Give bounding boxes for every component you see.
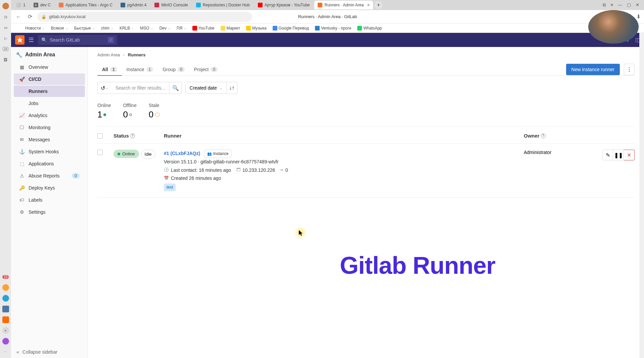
browser-tab[interactable]: pgAdmin 4 (117, 1, 150, 9)
pause-runner-button[interactable]: ❚❚ (613, 150, 624, 160)
sidebar-item-runners[interactable]: Runners (14, 86, 85, 97)
tab-all[interactable]: All1 (97, 63, 122, 75)
tab-group[interactable]: Group0 (158, 63, 189, 75)
scrollbar[interactable] (639, 33, 644, 358)
os-assistant-icon[interactable] (2, 338, 9, 345)
search-input[interactable]: 🔍 Search GitLab / (38, 35, 117, 45)
browser-tab-active[interactable]: Runners · Admin Area× (314, 1, 373, 9)
bookmark-link[interactable]: YouTube (192, 26, 214, 31)
close-window-icon[interactable]: ✕ (636, 2, 639, 8)
os-clock-icon[interactable]: ◷ (2, 13, 9, 20)
os-app3-icon[interactable] (2, 316, 9, 323)
bookmark-folder[interactable]: Быстрые⌄ (74, 26, 95, 31)
more-actions-button[interactable]: ⋮ (624, 64, 635, 75)
runner-name-link[interactable]: #1 (CLxbFJAQz) (164, 151, 200, 156)
bookmark-folder[interactable]: chim⌄ (101, 26, 113, 31)
crumb-admin[interactable]: Admin Area (97, 52, 120, 57)
panel-icon[interactable]: ⧉ (603, 2, 606, 8)
bookmark-link[interactable]: Музыка (246, 26, 266, 31)
help-icon[interactable]: ? (541, 134, 546, 138)
search-submit-button[interactable]: 🔍 (169, 82, 182, 94)
browser-tab[interactable]: MinIO Console (151, 1, 191, 9)
pencil-icon: ✎ (606, 152, 610, 158)
sidebar-item-cicd[interactable]: 🚀CI/CD (14, 73, 85, 85)
os-badge-icon[interactable]: 19 (2, 46, 9, 52)
select-all-checkbox[interactable] (97, 133, 103, 139)
bookmark-link[interactable]: Google Перевод (273, 26, 309, 31)
row-checkbox[interactable] (97, 150, 103, 155)
delete-runner-button[interactable]: ✕ (624, 150, 635, 160)
os-play-icon[interactable]: ▷ (2, 35, 9, 42)
search-icon: 🔍 (172, 85, 179, 91)
admin-icon: 🔧 (16, 52, 22, 57)
filter-row: ↺⌄ Search or filter results... 🔍 Created… (97, 82, 635, 94)
sidebar-item-overview[interactable]: ▦Overview (14, 61, 85, 73)
bookmark-link[interactable]: Ventusky - прогн (315, 26, 351, 31)
bookmark-folder[interactable]: MSO⌄ (140, 26, 153, 31)
bookmark-folder[interactable]: Dev⌄ (159, 26, 171, 31)
browser-tab[interactable]: Артур Крюков - YouTube (255, 1, 313, 9)
messages-icon: ✉ (19, 137, 25, 142)
os-image-icon[interactable]: 🖼 (2, 56, 9, 63)
os-add-icon[interactable]: + (2, 327, 9, 334)
bookmark-folder[interactable]: KRLB⌄ (120, 26, 134, 31)
gitlab-logo[interactable] (15, 35, 25, 45)
sidebar-item-settings[interactable]: ⚙Settings (14, 206, 85, 218)
bookmark-folder[interactable]: Всякое⌄ (51, 26, 68, 31)
browser-tab[interactable]: Repositories | Docker Hub (193, 1, 253, 9)
hamburger-icon[interactable]: ☰ (29, 36, 34, 44)
collapse-sidebar[interactable]: « Collapse sidebar (16, 349, 57, 355)
browser-tab[interactable]: 1 (13, 1, 29, 9)
svg-point-0 (155, 113, 159, 117)
reload-button[interactable]: ⟳ (26, 13, 34, 21)
cursor-highlight (294, 226, 307, 239)
sidebar-item-analytics[interactable]: 📈Analytics (14, 110, 85, 121)
sidebar-item-applications[interactable]: ⬚Applications (14, 158, 85, 169)
bookmark-folder[interactable]: ПЯ⌄ (177, 26, 186, 31)
sidebar-item-labels[interactable]: 🏷Labels (14, 194, 85, 206)
bookmark-link[interactable]: WhatsApp (357, 26, 382, 31)
bookmark-link[interactable]: Маркет (221, 26, 240, 31)
browser-tab[interactable]: 6dev C (30, 1, 54, 9)
minimize-icon[interactable]: — (618, 2, 622, 8)
sort-dropdown[interactable]: Created date⌄ (185, 82, 227, 94)
tab-instance[interactable]: Instance1 (122, 63, 158, 75)
sidebar-item-hooks[interactable]: ⚓System Hooks (14, 146, 85, 157)
sidebar-item-messages[interactable]: ✉Messages (14, 134, 85, 145)
edit-runner-button[interactable]: ✎ (602, 150, 613, 160)
search-icon: 🔍 (41, 37, 47, 43)
group-icon: 👥 (207, 151, 212, 157)
maximize-icon[interactable]: ▢ (627, 2, 631, 8)
os-bookmark-icon[interactable]: ▭ (2, 24, 9, 31)
bookmark-folder[interactable]: Новости⌄ (25, 26, 45, 31)
os-vk-icon[interactable] (2, 306, 9, 312)
menu-icon[interactable]: ≡ (610, 2, 613, 8)
sidebar-item-jobs[interactable]: Jobs (14, 98, 85, 109)
new-instance-runner-button[interactable]: New instance runner (566, 64, 620, 75)
tab-project[interactable]: Project0 (189, 63, 222, 75)
sidebar-item-monitoring[interactable]: 🖵Monitoring (14, 122, 85, 133)
sort-direction-button[interactable]: ↓↑ (227, 82, 237, 94)
filter-input[interactable]: Search or filter results... (111, 82, 169, 94)
runner-ip: 10.233.120.226 (242, 166, 275, 174)
runner-owner[interactable]: Administrator (524, 150, 591, 191)
os-telegram-icon[interactable] (2, 295, 9, 302)
calendar-icon: 📅 (164, 175, 169, 182)
back-button[interactable]: ← (14, 13, 22, 21)
sidebar-item-deploy-keys[interactable]: 🔑Deploy Keys (14, 182, 85, 194)
browser-tab[interactable]: Applications Tiles - Argo C (55, 1, 116, 9)
search-history-button[interactable]: ↺⌄ (97, 82, 111, 94)
download-icon[interactable]: ⬇ (636, 13, 641, 20)
os-app2-icon[interactable] (2, 284, 9, 291)
keys-icon: 🔑 (19, 185, 25, 191)
help-icon[interactable]: ? (130, 134, 135, 138)
sidebar-item-abuse[interactable]: ⚠Abuse Reports0 (14, 170, 85, 182)
new-tab-button[interactable]: + (374, 1, 382, 9)
close-icon[interactable]: × (367, 2, 370, 8)
url-input[interactable]: 🔒 gitlab.kryukov.local (37, 12, 252, 22)
os-more-icon[interactable]: ⋯ (2, 349, 9, 355)
table-row: Online Idle #1 (CLxbFJAQz) 👥Instance Ver… (97, 144, 635, 198)
os-activity-rail: ◷ ▭ ▷ 19 🖼 23 + ⋯ (0, 0, 11, 358)
os-notif-icon[interactable]: 23 (2, 273, 9, 280)
os-app-icon[interactable] (2, 3, 9, 9)
